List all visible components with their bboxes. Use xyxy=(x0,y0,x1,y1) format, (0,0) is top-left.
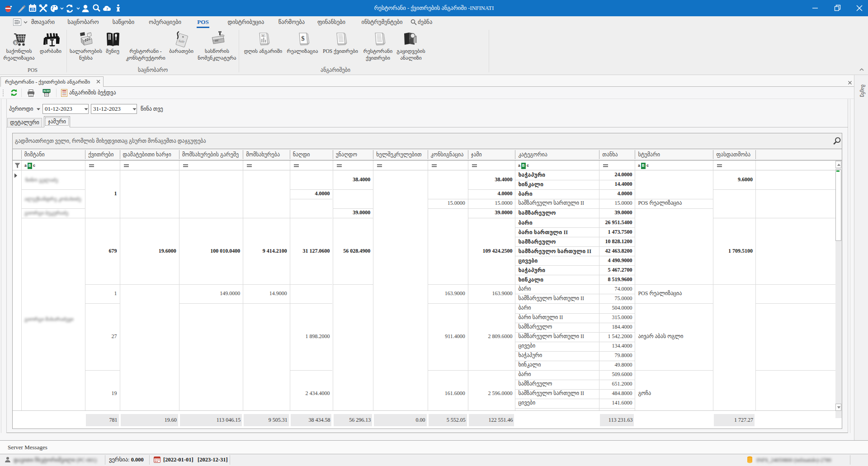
svg-text:$: $ xyxy=(14,41,17,45)
svg-text:XLSX: XLSX xyxy=(43,89,50,92)
svg-text:$: $ xyxy=(301,35,305,42)
svg-text:A: A xyxy=(262,34,264,38)
